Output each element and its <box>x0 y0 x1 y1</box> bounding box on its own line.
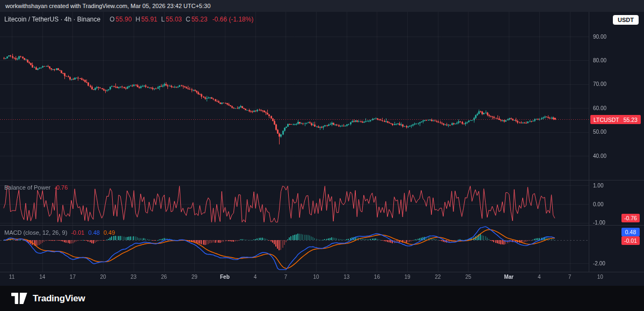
macd-line-value: 0.48 <box>88 229 99 236</box>
ohlc-low-label: L <box>161 16 165 23</box>
symbol-legend[interactable]: Litecoin / TetherUS · 4h · Binance O 55.… <box>4 16 253 23</box>
tradingview-wordmark[interactable]: TradingView <box>33 293 85 304</box>
macd-signal-value: 0.49 <box>104 229 115 236</box>
tradingview-logo-icon[interactable] <box>11 293 27 304</box>
attribution-text: workwithshayan created with TradingView.… <box>5 3 210 9</box>
bop-legend[interactable]: Balance of Power -0.76 <box>4 184 68 191</box>
price-chart-canvas[interactable] <box>0 12 644 286</box>
chart-area: Litecoin / TetherUS · 4h · Binance O 55.… <box>0 12 644 286</box>
price-badge-symbol: LTCUSDT <box>594 117 619 123</box>
price-change-value: -0.66 (-1.18%) <box>213 16 254 23</box>
price-badge-value: 55.23 <box>624 117 638 123</box>
ohlc-low-value: 55.03 <box>166 16 182 23</box>
macd-title: MACD (close, 12, 26, 9) <box>4 229 67 236</box>
symbol-price-badge: LTCUSDT 55.23 <box>590 115 641 124</box>
ohlc-open-label: O <box>109 16 114 23</box>
footer-bar: TradingView <box>0 286 644 311</box>
bop-value: -0.76 <box>54 184 68 191</box>
ohlc-close-label: C <box>186 16 191 23</box>
ohlc-high-value: 55.91 <box>141 16 157 23</box>
macd-legend[interactable]: MACD (close, 12, 26, 9) -0.01 0.48 0.49 <box>4 229 115 236</box>
ohlc-high-label: H <box>136 16 141 23</box>
currency-toggle-button[interactable]: USDT <box>613 15 639 25</box>
macd-line-axis-badge: 0.48 <box>621 228 640 236</box>
macd-hist-axis-badge: -0.01 <box>621 236 640 245</box>
macd-hist-value: -0.01 <box>71 229 84 236</box>
bop-title: Balance of Power <box>4 184 50 191</box>
attribution-bar: workwithshayan created with TradingView.… <box>0 0 644 12</box>
symbol-title: Litecoin / TetherUS · 4h · Binance <box>4 16 100 23</box>
ohlc-open-value: 55.90 <box>116 16 132 23</box>
bop-axis-badge: -0.76 <box>621 214 640 222</box>
ohlc-close-value: 55.23 <box>192 16 208 23</box>
